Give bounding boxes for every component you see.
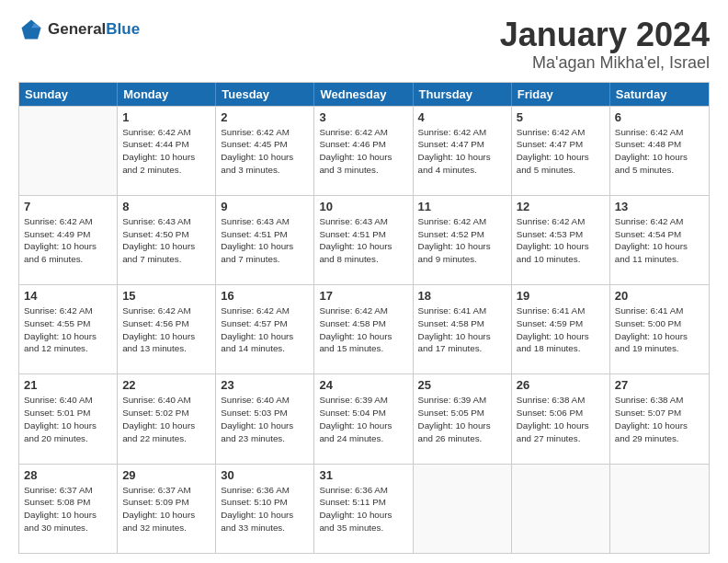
calendar-cell: 11Sunrise: 6:42 AMSunset: 4:52 PMDayligh… xyxy=(414,196,512,284)
calendar-cell xyxy=(19,107,118,195)
calendar-cell: 16Sunrise: 6:42 AMSunset: 4:57 PMDayligh… xyxy=(216,285,314,373)
cell-info: Sunrise: 6:42 AMSunset: 4:52 PMDaylight:… xyxy=(418,215,506,266)
cell-day-number: 9 xyxy=(221,200,309,213)
calendar-header: SundayMondayTuesdayWednesdayThursdayFrid… xyxy=(19,83,709,106)
cell-day-number: 12 xyxy=(517,200,605,213)
cell-day-number: 11 xyxy=(418,200,506,213)
cell-day-number: 10 xyxy=(319,200,407,213)
location-title: Ma'agan Mikha'el, Israel xyxy=(500,53,710,73)
cell-info: Sunrise: 6:42 AMSunset: 4:56 PMDaylight:… xyxy=(122,304,210,355)
cell-info: Sunrise: 6:41 AMSunset: 4:58 PMDaylight:… xyxy=(418,304,506,355)
cell-info: Sunrise: 6:36 AMSunset: 5:11 PMDaylight:… xyxy=(319,484,407,534)
calendar-cell: 8Sunrise: 6:43 AMSunset: 4:50 PMDaylight… xyxy=(118,196,216,284)
calendar-cell: 29Sunrise: 6:37 AMSunset: 5:09 PMDayligh… xyxy=(118,465,216,553)
cell-day-number: 30 xyxy=(221,468,309,482)
calendar-cell: 4Sunrise: 6:42 AMSunset: 4:47 PMDaylight… xyxy=(414,107,512,195)
cell-day-number: 24 xyxy=(319,378,407,392)
cell-info: Sunrise: 6:39 AMSunset: 5:05 PMDaylight:… xyxy=(418,394,506,444)
cell-info: Sunrise: 6:42 AMSunset: 4:47 PMDaylight:… xyxy=(418,126,506,177)
calendar-cell: 28Sunrise: 6:37 AMSunset: 5:08 PMDayligh… xyxy=(19,465,118,553)
logo: GeneralBlue xyxy=(18,17,140,42)
calendar-cell: 15Sunrise: 6:42 AMSunset: 4:56 PMDayligh… xyxy=(118,285,216,373)
calendar-cell: 5Sunrise: 6:42 AMSunset: 4:47 PMDaylight… xyxy=(512,107,610,195)
header: GeneralBlue January 2024 Ma'agan Mikha'e… xyxy=(18,17,710,73)
day-header-saturday: Saturday xyxy=(610,83,709,106)
cell-info: Sunrise: 6:39 AMSunset: 5:04 PMDaylight:… xyxy=(319,394,407,444)
cell-info: Sunrise: 6:40 AMSunset: 5:03 PMDaylight:… xyxy=(221,394,309,444)
calendar-cell: 25Sunrise: 6:39 AMSunset: 5:05 PMDayligh… xyxy=(414,374,512,463)
calendar-cell: 2Sunrise: 6:42 AMSunset: 4:45 PMDaylight… xyxy=(216,107,314,195)
calendar-cell: 14Sunrise: 6:42 AMSunset: 4:55 PMDayligh… xyxy=(19,285,118,373)
day-header-thursday: Thursday xyxy=(414,83,512,106)
header-right: January 2024 Ma'agan Mikha'el, Israel xyxy=(500,17,710,73)
calendar-body: 1Sunrise: 6:42 AMSunset: 4:44 PMDaylight… xyxy=(19,106,709,553)
cell-day-number: 17 xyxy=(319,289,407,303)
cell-day-number: 19 xyxy=(517,289,605,303)
calendar-cell: 30Sunrise: 6:36 AMSunset: 5:10 PMDayligh… xyxy=(216,465,314,553)
cell-info: Sunrise: 6:42 AMSunset: 4:45 PMDaylight:… xyxy=(221,126,309,177)
cell-info: Sunrise: 6:37 AMSunset: 5:09 PMDaylight:… xyxy=(122,484,210,534)
calendar-cell: 26Sunrise: 6:38 AMSunset: 5:06 PMDayligh… xyxy=(512,374,610,463)
cell-day-number: 21 xyxy=(24,378,112,392)
cell-day-number: 28 xyxy=(24,468,112,482)
cell-info: Sunrise: 6:40 AMSunset: 5:01 PMDaylight:… xyxy=(24,394,112,444)
cell-info: Sunrise: 6:42 AMSunset: 4:58 PMDaylight:… xyxy=(319,304,407,355)
calendar-cell: 17Sunrise: 6:42 AMSunset: 4:58 PMDayligh… xyxy=(314,285,413,373)
cell-day-number: 16 xyxy=(221,289,309,303)
cell-day-number: 3 xyxy=(319,110,407,124)
calendar-cell: 3Sunrise: 6:42 AMSunset: 4:46 PMDaylight… xyxy=(314,107,413,195)
logo-general: GeneralBlue xyxy=(48,20,140,39)
cell-day-number: 25 xyxy=(418,378,506,392)
calendar-row-1: 7Sunrise: 6:42 AMSunset: 4:49 PMDaylight… xyxy=(19,195,709,284)
cell-info: Sunrise: 6:41 AMSunset: 4:59 PMDaylight:… xyxy=(517,304,605,355)
cell-day-number: 13 xyxy=(615,200,704,213)
calendar-row-2: 14Sunrise: 6:42 AMSunset: 4:55 PMDayligh… xyxy=(19,284,709,373)
calendar-cell: 18Sunrise: 6:41 AMSunset: 4:58 PMDayligh… xyxy=(414,285,512,373)
cell-info: Sunrise: 6:42 AMSunset: 4:57 PMDaylight:… xyxy=(221,304,309,355)
calendar-cell: 1Sunrise: 6:42 AMSunset: 4:44 PMDaylight… xyxy=(118,107,216,195)
calendar-cell xyxy=(512,465,610,553)
cell-info: Sunrise: 6:42 AMSunset: 4:49 PMDaylight:… xyxy=(24,215,112,266)
logo-icon xyxy=(18,17,44,42)
cell-day-number: 5 xyxy=(517,110,605,124)
calendar-cell: 23Sunrise: 6:40 AMSunset: 5:03 PMDayligh… xyxy=(216,374,314,463)
cell-day-number: 7 xyxy=(24,200,112,213)
calendar-row-3: 21Sunrise: 6:40 AMSunset: 5:01 PMDayligh… xyxy=(19,373,709,463)
cell-info: Sunrise: 6:42 AMSunset: 4:44 PMDaylight:… xyxy=(122,126,210,177)
cell-day-number: 26 xyxy=(517,378,605,392)
cell-day-number: 29 xyxy=(122,468,210,482)
calendar-cell: 20Sunrise: 6:41 AMSunset: 5:00 PMDayligh… xyxy=(610,285,709,373)
page: GeneralBlue January 2024 Ma'agan Mikha'e… xyxy=(0,0,728,563)
cell-info: Sunrise: 6:43 AMSunset: 4:51 PMDaylight:… xyxy=(221,215,309,266)
cell-info: Sunrise: 6:38 AMSunset: 5:07 PMDaylight:… xyxy=(615,394,704,444)
cell-day-number: 27 xyxy=(615,378,704,392)
calendar-row-0: 1Sunrise: 6:42 AMSunset: 4:44 PMDaylight… xyxy=(19,106,709,195)
cell-info: Sunrise: 6:40 AMSunset: 5:02 PMDaylight:… xyxy=(122,394,210,444)
cell-day-number: 4 xyxy=(418,110,506,124)
day-header-friday: Friday xyxy=(512,83,610,106)
cell-info: Sunrise: 6:41 AMSunset: 5:00 PMDaylight:… xyxy=(615,304,704,355)
cell-day-number: 14 xyxy=(24,289,112,303)
day-header-sunday: Sunday xyxy=(19,83,118,106)
calendar-cell: 13Sunrise: 6:42 AMSunset: 4:54 PMDayligh… xyxy=(610,196,709,284)
calendar-cell: 12Sunrise: 6:42 AMSunset: 4:53 PMDayligh… xyxy=(512,196,610,284)
cell-info: Sunrise: 6:43 AMSunset: 4:50 PMDaylight:… xyxy=(122,215,210,266)
cell-info: Sunrise: 6:42 AMSunset: 4:53 PMDaylight:… xyxy=(517,215,605,266)
cell-day-number: 8 xyxy=(122,200,210,213)
calendar-cell: 22Sunrise: 6:40 AMSunset: 5:02 PMDayligh… xyxy=(118,374,216,463)
calendar-cell: 27Sunrise: 6:38 AMSunset: 5:07 PMDayligh… xyxy=(610,374,709,463)
cell-info: Sunrise: 6:42 AMSunset: 4:47 PMDaylight:… xyxy=(517,126,605,177)
cell-day-number: 23 xyxy=(221,378,309,392)
calendar: SundayMondayTuesdayWednesdayThursdayFrid… xyxy=(18,82,710,554)
cell-info: Sunrise: 6:42 AMSunset: 4:48 PMDaylight:… xyxy=(615,126,704,177)
cell-info: Sunrise: 6:42 AMSunset: 4:55 PMDaylight:… xyxy=(24,304,112,355)
calendar-cell xyxy=(414,465,512,553)
month-title: January 2024 xyxy=(500,17,710,53)
cell-day-number: 18 xyxy=(418,289,506,303)
cell-day-number: 2 xyxy=(221,110,309,124)
cell-day-number: 20 xyxy=(615,289,704,303)
svg-marker-0 xyxy=(22,20,41,40)
cell-info: Sunrise: 6:36 AMSunset: 5:10 PMDaylight:… xyxy=(221,484,309,534)
calendar-cell: 24Sunrise: 6:39 AMSunset: 5:04 PMDayligh… xyxy=(314,374,413,463)
calendar-cell: 31Sunrise: 6:36 AMSunset: 5:11 PMDayligh… xyxy=(314,465,413,553)
